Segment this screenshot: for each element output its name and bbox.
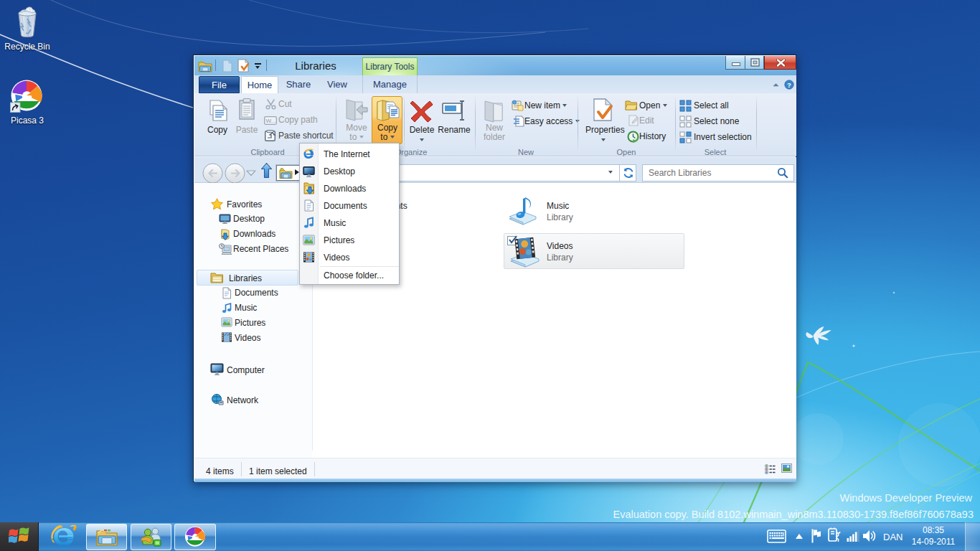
- svg-text:?: ?: [787, 81, 791, 89]
- svg-text:W...: W...: [266, 118, 276, 124]
